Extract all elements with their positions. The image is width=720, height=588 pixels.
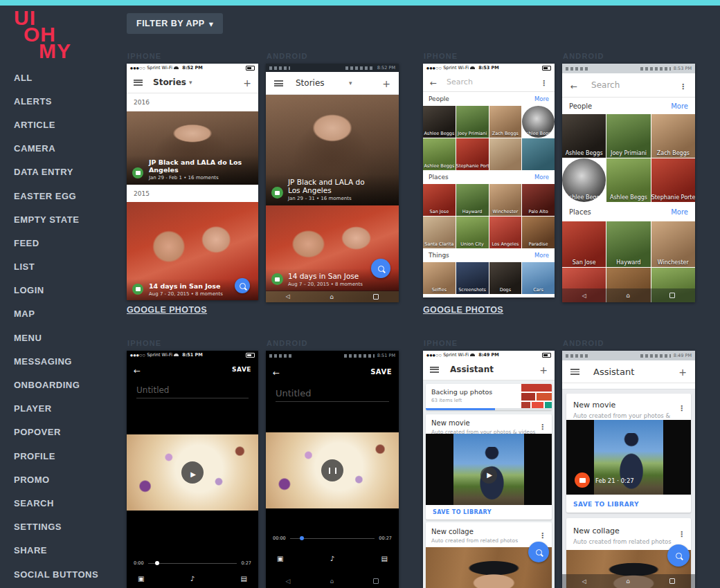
sidebar-category-item[interactable]: SETTINGS [14, 515, 98, 539]
search-fab[interactable] [371, 259, 390, 278]
music-icon[interactable] [190, 575, 195, 582]
story-photo[interactable]: JP Black and LALA do Los Angeles Jan 29 … [266, 95, 399, 205]
person-tile[interactable]: Ashlee Beggs [606, 158, 650, 202]
sidebar-category-item[interactable]: ARTICLE [14, 113, 98, 136]
menu-icon[interactable] [274, 80, 283, 86]
sidebar-category-item[interactable]: SEARCH [14, 491, 98, 515]
sidebar-category-item[interactable]: EMPTY STATE [14, 208, 98, 231]
more-link[interactable]: More [671, 102, 688, 110]
screenshot-stories-android[interactable]: 8:52 PM Stories JP Black and LALA do Los… [266, 64, 399, 302]
recents-icon[interactable] [373, 294, 379, 300]
menu-icon[interactable] [134, 80, 143, 86]
sidebar-category-item[interactable]: MAP [14, 302, 98, 326]
back-icon[interactable] [286, 293, 290, 300]
title-field[interactable]: Untitled [127, 385, 258, 395]
backup-card[interactable]: Backing up photos 63 items left [426, 384, 552, 410]
back-icon[interactable] [286, 578, 291, 585]
sidebar-category-item[interactable]: DATA ENTRY [14, 160, 98, 184]
stories-title[interactable]: Stories [153, 77, 186, 87]
place-tile[interactable]: Hayward [606, 221, 650, 267]
thing-tile[interactable]: Selfies [423, 262, 456, 294]
menu-icon[interactable] [570, 369, 579, 375]
screenshot-stories-iphone[interactable]: Sprint Wi-Fi 8:52 PM Stories 2016 JP Bla… [127, 64, 258, 300]
screenshot-assistant-android[interactable]: 8:49 PM Assistant New movie Auto created… [562, 351, 695, 588]
scrubber-track[interactable] [148, 563, 237, 564]
search-fab[interactable] [528, 542, 549, 562]
person-tile[interactable]: Ashlee Beggs [562, 114, 606, 158]
title-field[interactable]: Untitled [266, 388, 399, 398]
person-tile[interactable]: Zach Beggs [651, 114, 695, 158]
place-tile[interactable]: San Jose [562, 221, 606, 267]
search-fab[interactable] [667, 544, 690, 567]
person-tile[interactable]: Zach Beggs [489, 106, 522, 138]
overflow-menu-icon[interactable] [540, 75, 548, 89]
person-tile[interactable]: Ashlee Beggs [562, 158, 606, 202]
place-tile[interactable]: Hayward [456, 184, 489, 216]
sidebar-category-item[interactable]: MENU [14, 326, 98, 349]
sidebar-category-item[interactable]: FEED [14, 231, 98, 255]
place-tile[interactable]: Union City [456, 217, 489, 248]
menu-icon[interactable] [430, 367, 439, 373]
place-tile[interactable]: Los Angeles [489, 217, 522, 248]
scrubber-knob[interactable] [300, 536, 304, 540]
add-icon[interactable] [678, 365, 687, 378]
video-frame[interactable] [127, 434, 258, 511]
person-tile[interactable]: Stephanie Porter [456, 138, 489, 170]
save-button[interactable]: SAVE [232, 366, 251, 373]
place-tile[interactable]: San Jose [423, 184, 456, 216]
sidebar-category-item[interactable]: PLAYER [14, 397, 98, 421]
person-tile[interactable] [522, 138, 555, 170]
new-movie-card[interactable]: New movie Auto created from your photos … [566, 394, 691, 513]
thing-tile[interactable]: Dogs [489, 262, 522, 294]
pause-button[interactable] [321, 459, 343, 481]
place-tile[interactable]: Palo Alto [522, 184, 555, 216]
clips-icon[interactable] [277, 555, 283, 562]
add-icon[interactable] [243, 76, 251, 89]
screenshot-movie-editor-iphone[interactable]: Sprint Wi-Fi 8:51 PM SAVE Untitled 0:00 … [127, 351, 258, 588]
save-button[interactable]: SAVE [370, 368, 392, 376]
home-icon[interactable] [330, 578, 334, 585]
place-tile[interactable]: Paradise [522, 217, 555, 248]
chevron-down-icon[interactable] [349, 80, 352, 86]
sidebar-category-item[interactable]: MESSAGING [14, 349, 98, 373]
home-icon[interactable] [626, 578, 630, 585]
add-icon[interactable] [382, 77, 390, 90]
home-icon[interactable] [626, 292, 630, 299]
video-frame[interactable] [266, 432, 399, 508]
sidebar-category-item[interactable]: POPOVER [14, 421, 98, 444]
back-icon[interactable] [134, 363, 141, 376]
search-input[interactable]: Search [447, 77, 473, 86]
search-fab[interactable] [235, 278, 250, 293]
screenshot-search-android[interactable]: 8:53 PM Search People More Ashlee BeggsJ… [562, 64, 695, 302]
scrubber-knob[interactable] [155, 561, 159, 565]
overflow-menu-icon[interactable] [678, 401, 685, 414]
person-tile[interactable] [489, 138, 522, 170]
screenshot-movie-editor-android[interactable]: 8:51 PM SAVE Untitled 00:00 00:27 [266, 351, 399, 588]
more-link[interactable]: More [534, 174, 549, 181]
person-tile[interactable]: Ashlee Beggs [522, 106, 555, 138]
chevron-down-icon[interactable] [189, 79, 192, 86]
story-photo[interactable]: JP Black and LALA do Los Angeles Jan 29 … [127, 111, 258, 185]
sidebar-category-item[interactable]: LIST [14, 255, 98, 279]
stories-title[interactable]: Stories [296, 78, 325, 88]
person-tile[interactable]: Ashlee Beggs [423, 106, 456, 138]
new-movie-card[interactable]: New movie Auto created from your photos … [426, 414, 552, 520]
sidebar-category-item[interactable]: ONBOARDING [14, 373, 98, 396]
movie-thumbnail[interactable] [426, 434, 552, 505]
play-button[interactable] [480, 467, 497, 484]
save-to-library-link[interactable]: SAVE TO LIBRARY [573, 501, 639, 508]
story-photo[interactable]: 14 days in San Jose Aug 7 – 20, 2015 • 8… [266, 205, 399, 291]
google-photos-app-link[interactable]: GOOGLE PHOTOS [127, 305, 207, 315]
sidebar-category-item[interactable]: EASTER EGG [14, 184, 98, 208]
google-photos-app-link[interactable]: GOOGLE PHOTOS [423, 305, 503, 315]
sidebar-category-item[interactable]: LOGIN [14, 279, 98, 302]
sidebar-category-item[interactable]: CAMERA [14, 137, 98, 160]
recents-icon[interactable] [669, 293, 675, 298]
back-icon[interactable] [430, 75, 437, 89]
overflow-menu-icon[interactable] [539, 528, 546, 541]
more-link[interactable]: More [534, 252, 549, 259]
sidebar-category-item[interactable]: ALERTS [14, 89, 98, 113]
site-logo[interactable]: UI OH MY [14, 10, 71, 59]
filter-by-app-button[interactable]: FILTER BY APP [127, 13, 223, 34]
screenshot-assistant-iphone[interactable]: Sprint Wi-Fi 8:49 PM Assistant Backing u… [423, 351, 555, 588]
